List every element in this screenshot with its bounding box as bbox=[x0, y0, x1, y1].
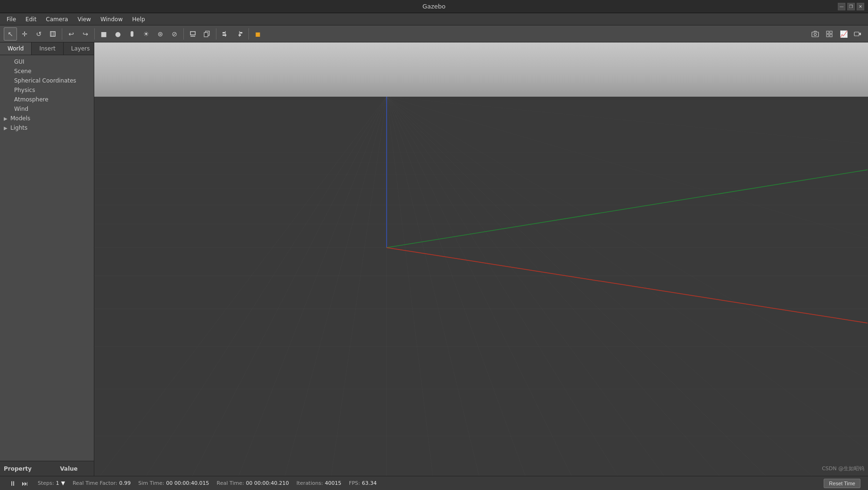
tree-item-spherical[interactable]: Spherical Coordinates bbox=[0, 76, 94, 85]
tree-label-physics: Physics bbox=[14, 87, 35, 93]
sep5 bbox=[248, 28, 249, 40]
real-time-label: Real Time: bbox=[217, 480, 244, 486]
steps-value: 1 bbox=[56, 480, 59, 486]
box-button[interactable]: ■ bbox=[97, 27, 110, 41]
minimize-button[interactable]: — bbox=[838, 3, 845, 10]
steps-arrow: ▼ bbox=[61, 480, 65, 486]
viewport-svg bbox=[94, 97, 868, 476]
sim-time-label: Sim Time: bbox=[138, 480, 164, 486]
iterations-item: Iterations: 40015 bbox=[293, 480, 345, 486]
redo-button[interactable]: ↪ bbox=[79, 27, 92, 41]
tree-item-models[interactable]: ▶ Models bbox=[0, 114, 94, 123]
snap-bottom-button[interactable] bbox=[186, 27, 199, 41]
viewport[interactable]: CSDN @生如昭钨 bbox=[94, 42, 868, 476]
tree-item-scene[interactable]: Scene bbox=[0, 66, 94, 76]
svg-line-50 bbox=[236, 97, 387, 476]
screenshot-button[interactable] bbox=[809, 27, 822, 41]
chart-button[interactable]: 📈 bbox=[837, 27, 850, 41]
svg-line-54 bbox=[387, 97, 622, 476]
rtf-label: Real Time Factor: bbox=[73, 480, 117, 486]
tree-item-lights[interactable]: ▶ Lights bbox=[0, 123, 94, 133]
steps-label: Steps: bbox=[38, 480, 54, 486]
menu-edit[interactable]: Edit bbox=[21, 15, 41, 24]
svg-point-15 bbox=[814, 33, 817, 35]
tree-item-gui[interactable]: GUI bbox=[0, 57, 94, 66]
svg-line-48 bbox=[387, 97, 868, 144]
translate-button[interactable]: ✛ bbox=[18, 27, 31, 41]
tree-label-lights: Lights bbox=[10, 125, 27, 131]
svg-line-59 bbox=[387, 170, 868, 248]
scale-button[interactable] bbox=[46, 27, 59, 41]
svg-line-60 bbox=[387, 248, 868, 323]
steps-item: Steps: 1 ▼ bbox=[34, 480, 69, 486]
window-controls: — ❐ ✕ bbox=[838, 3, 864, 10]
svg-line-51 bbox=[330, 97, 387, 476]
toolbar-right: 📈 bbox=[809, 27, 864, 41]
step-button[interactable]: ⏭ bbox=[20, 478, 30, 489]
sep1 bbox=[62, 28, 62, 40]
grid-button[interactable] bbox=[823, 27, 836, 41]
dir-light-button[interactable]: ⊛ bbox=[154, 27, 167, 41]
tree-item-atmosphere[interactable]: Atmosphere bbox=[0, 95, 94, 104]
sphere-button[interactable]: ● bbox=[111, 27, 124, 41]
tab-insert[interactable]: Insert bbox=[32, 42, 63, 55]
sim-time-item: Sim Time: 00 00:00:40.015 bbox=[134, 480, 213, 486]
play-controls: ⏸ ⏭ bbox=[4, 478, 34, 489]
app-title: Gazebo bbox=[422, 3, 446, 10]
select-button[interactable]: ↖ bbox=[4, 27, 17, 41]
menu-help[interactable]: Help bbox=[127, 15, 149, 24]
restore-button[interactable]: ❐ bbox=[847, 3, 855, 10]
property-label: Property bbox=[4, 465, 32, 472]
svg-line-49 bbox=[141, 97, 387, 476]
tree-item-wind[interactable]: Wind bbox=[0, 104, 94, 114]
menu-camera[interactable]: Camera bbox=[41, 15, 73, 24]
spot-light-button[interactable]: ⊘ bbox=[168, 27, 181, 41]
menu-view[interactable]: View bbox=[73, 15, 95, 24]
orange-button[interactable]: ◼ bbox=[251, 27, 265, 41]
svg-rect-17 bbox=[830, 31, 832, 33]
iterations-value: 40015 bbox=[325, 480, 341, 486]
content-area: World Insert Layers GUI Scene Spherical … bbox=[0, 42, 868, 476]
left-panel: World Insert Layers GUI Scene Spherical … bbox=[0, 42, 94, 476]
svg-rect-18 bbox=[827, 34, 829, 37]
sep3 bbox=[183, 28, 184, 40]
cylinder-button[interactable] bbox=[125, 27, 139, 41]
property-panel: Property Value bbox=[0, 461, 94, 476]
title-bar: Gazebo — ❐ ✕ bbox=[0, 0, 868, 13]
tab-world[interactable]: World bbox=[0, 42, 32, 55]
svg-rect-20 bbox=[854, 32, 859, 36]
reset-time-button[interactable]: Reset Time bbox=[824, 479, 860, 488]
svg-line-55 bbox=[387, 97, 726, 476]
svg-rect-7 bbox=[204, 33, 208, 37]
svg-line-56 bbox=[387, 97, 820, 476]
tab-layers[interactable]: Layers bbox=[64, 42, 98, 55]
tree-label-scene: Scene bbox=[14, 68, 32, 75]
svg-rect-9 bbox=[223, 32, 225, 33]
tab-bar: World Insert Layers bbox=[0, 42, 94, 55]
align-button[interactable] bbox=[219, 27, 232, 41]
rotate-button[interactable]: ↺ bbox=[32, 27, 45, 41]
tree-label-wind: Wind bbox=[14, 106, 28, 112]
svg-rect-16 bbox=[827, 31, 829, 33]
tree-label-gui: GUI bbox=[14, 58, 25, 65]
arrow-models: ▶ bbox=[4, 116, 8, 121]
tree-item-physics[interactable]: Physics bbox=[0, 85, 94, 95]
sep4 bbox=[216, 28, 216, 40]
svg-line-40 bbox=[283, 97, 387, 476]
copy-button[interactable] bbox=[200, 27, 214, 41]
svg-line-42 bbox=[387, 97, 481, 476]
menu-window[interactable]: Window bbox=[96, 15, 127, 24]
menu-file[interactable]: File bbox=[2, 15, 21, 24]
close-button[interactable]: ✕ bbox=[857, 3, 864, 10]
undo-button[interactable]: ↩ bbox=[65, 27, 78, 41]
fps-item: FPS: 63.34 bbox=[345, 480, 380, 486]
pause-button[interactable]: ⏸ bbox=[8, 478, 18, 489]
sun-button[interactable]: ☀ bbox=[140, 27, 153, 41]
fps-label: FPS: bbox=[349, 480, 360, 486]
watermark: CSDN @生如昭钨 bbox=[822, 465, 864, 472]
mirror-button[interactable] bbox=[233, 27, 246, 41]
tree-label-models: Models bbox=[10, 115, 30, 122]
fps-value: 63.34 bbox=[362, 480, 377, 486]
svg-line-57 bbox=[387, 97, 868, 450]
video-button[interactable] bbox=[851, 27, 864, 41]
